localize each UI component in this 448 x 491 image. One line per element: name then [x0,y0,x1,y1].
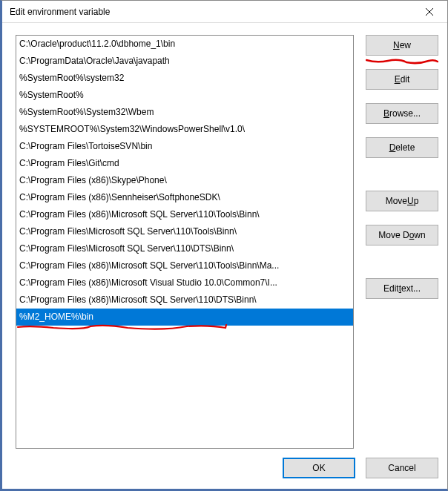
side-buttons: New Edit Browse... Delete Move Up Move D… [366,35,438,452]
delete-button[interactable]: Delete [366,137,438,158]
browse-button[interactable]: Browse... [366,103,438,124]
list-item[interactable]: %SystemRoot%\System32\Wbem [16,104,353,121]
list-item[interactable]: C:\Program Files (x86)\Microsoft Visual … [16,274,353,291]
list-item[interactable]: C:\Program Files (x86)\Sennheiser\Softph… [16,189,353,206]
list-item[interactable]: C:\Program Files\Microsoft SQL Server\11… [16,240,353,257]
cancel-button[interactable]: Cancel [366,458,438,478]
dialog-body: C:\Oracle\product\11.2.0\dbhome_1\bin C:… [2,23,447,458]
titlebar: Edit environment variable [2,1,447,23]
list-item[interactable]: %SystemRoot%\system32 [16,70,353,87]
list-item[interactable]: C:\Program Files\Microsoft SQL Server\11… [16,223,353,240]
list-item[interactable]: %SystemRoot% [16,87,353,104]
list-item-selected[interactable]: %M2_HOME%\bin [16,309,353,326]
list-item[interactable]: C:\Oracle\product\11.2.0\dbhome_1\bin [16,36,353,53]
close-icon [426,8,433,16]
dialog-footer: OK Cancel [2,458,447,489]
list-item[interactable]: C:\Program Files (x86)\Skype\Phone\ [16,172,353,189]
edit-env-dialog: Edit environment variable C:\Oracle\prod… [0,0,448,491]
list-item[interactable]: C:\Program Files\TortoiseSVN\bin [16,138,353,155]
list-item[interactable]: C:\ProgramData\Oracle\Java\javapath [16,53,353,70]
close-button[interactable] [415,2,444,22]
list-wrap: C:\Oracle\product\11.2.0\dbhome_1\bin C:… [16,35,354,452]
move-up-button[interactable]: Move Up [366,191,438,211]
edit-button[interactable]: Edit [366,69,438,90]
list-item[interactable]: C:\Program Files (x86)\Microsoft SQL Ser… [16,206,353,223]
list-item[interactable]: C:\Program Files (x86)\Microsoft SQL Ser… [16,291,353,309]
new-button[interactable]: New [366,35,438,56]
dialog-title: Edit environment variable [10,7,110,17]
list-item[interactable]: %SYSTEMROOT%\System32\WindowsPowerShell\… [16,121,353,138]
list-item[interactable]: C:\Program Files\Git\cmd [16,155,353,172]
list-item[interactable]: C:\Program Files (x86)\Microsoft SQL Ser… [16,257,353,274]
path-list[interactable]: C:\Oracle\product\11.2.0\dbhome_1\bin C:… [16,35,354,449]
ok-button[interactable]: OK [283,458,355,478]
edit-text-button[interactable]: Edit text... [366,278,438,299]
move-down-button[interactable]: Move Down [366,225,438,246]
